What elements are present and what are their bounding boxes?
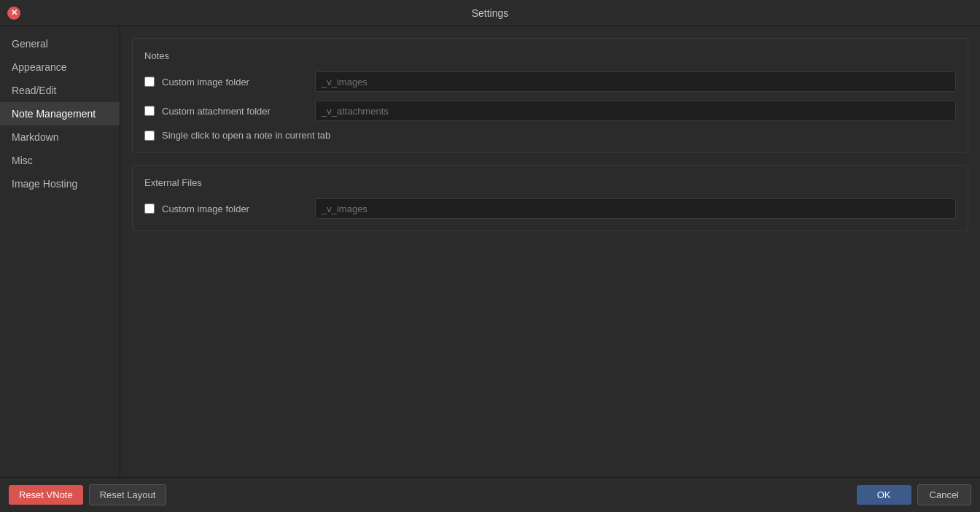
sidebar-item-read-edit[interactable]: Read/Edit bbox=[0, 79, 120, 102]
section-notes: NotesCustom image folderCustom attachmen… bbox=[132, 38, 968, 153]
sidebar-item-markdown[interactable]: Markdown bbox=[0, 125, 120, 149]
close-button[interactable]: ✕ bbox=[7, 7, 20, 20]
reset-layout-button[interactable]: Reset Layout bbox=[89, 484, 167, 505]
label-ext-custom-image-folder: Custom image folder bbox=[162, 203, 308, 214]
form-row-notes-custom-attachment-folder: Custom attachment folder bbox=[144, 101, 956, 121]
title-bar: ✕ Settings bbox=[0, 0, 980, 26]
checkbox-notes-single-click[interactable] bbox=[144, 131, 155, 141]
input-ext-custom-image-folder[interactable] bbox=[315, 198, 956, 219]
content-area: NotesCustom image folderCustom attachmen… bbox=[120, 26, 980, 477]
checkbox-notes-custom-image-folder[interactable] bbox=[144, 77, 155, 87]
sidebar-item-general[interactable]: General bbox=[0, 32, 120, 55]
sidebar-item-appearance[interactable]: Appearance bbox=[0, 55, 120, 79]
label-notes-custom-attachment-folder: Custom attachment folder bbox=[162, 106, 308, 117]
label-notes-custom-image-folder: Custom image folder bbox=[162, 77, 308, 88]
section-title-external-files: External Files bbox=[144, 177, 956, 188]
input-notes-custom-attachment-folder[interactable] bbox=[315, 101, 956, 121]
form-row-ext-custom-image-folder: Custom image folder bbox=[144, 198, 956, 219]
sidebar: GeneralAppearanceRead/EditNote Managemen… bbox=[0, 26, 120, 477]
sidebar-item-image-hosting[interactable]: Image Hosting bbox=[0, 172, 120, 195]
cancel-button[interactable]: Cancel bbox=[917, 484, 971, 505]
label-notes-single-click: Single click to open a note in current t… bbox=[162, 130, 330, 141]
section-title-notes: Notes bbox=[144, 50, 956, 61]
reset-vnote-button[interactable]: Reset VNote bbox=[9, 485, 83, 505]
checkbox-ext-custom-image-folder[interactable] bbox=[144, 203, 155, 214]
form-row-notes-custom-image-folder: Custom image folder bbox=[144, 71, 956, 92]
checkbox-notes-custom-attachment-folder[interactable] bbox=[144, 106, 155, 116]
main-content: GeneralAppearanceRead/EditNote Managemen… bbox=[0, 26, 980, 477]
ok-button[interactable]: OK bbox=[857, 485, 911, 505]
form-row-notes-single-click: Single click to open a note in current t… bbox=[144, 130, 956, 141]
bottom-bar: Reset VNote Reset Layout OK Cancel bbox=[0, 477, 980, 512]
sidebar-item-note-management[interactable]: Note Management bbox=[0, 102, 120, 125]
dialog-title: Settings bbox=[472, 7, 509, 19]
input-notes-custom-image-folder[interactable] bbox=[315, 71, 956, 92]
sidebar-item-misc[interactable]: Misc bbox=[0, 149, 120, 172]
section-external-files: External FilesCustom image folder bbox=[132, 165, 968, 231]
